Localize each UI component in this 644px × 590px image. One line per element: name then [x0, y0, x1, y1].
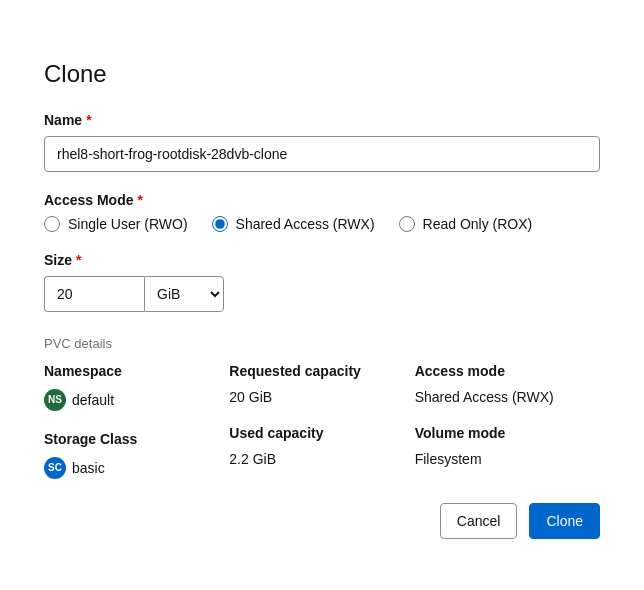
radio-rwx[interactable] [212, 216, 228, 232]
radio-rox-label: Read Only (ROX) [423, 216, 533, 232]
namespace-text: default [72, 392, 114, 408]
namespace-badge: NS [44, 389, 66, 411]
used-capacity-header: Used capacity [229, 425, 414, 441]
name-label: Name * [44, 112, 600, 128]
volume-mode-value: Filesystem [415, 451, 600, 467]
pvc-col-capacity: Requested capacity 20 GiB Used capacity … [229, 363, 414, 495]
size-number-input[interactable] [44, 276, 144, 312]
cancel-button[interactable]: Cancel [440, 503, 518, 539]
radio-rwx-label: Shared Access (RWX) [236, 216, 375, 232]
radio-option-rwx[interactable]: Shared Access (RWX) [212, 216, 375, 232]
volume-mode-header: Volume mode [415, 425, 600, 441]
storage-class-badge: SC [44, 457, 66, 479]
access-mode-value: Shared Access (RWX) [415, 389, 600, 405]
storage-class-text: basic [72, 460, 105, 476]
radio-rwo-label: Single User (RWO) [68, 216, 188, 232]
pvc-details-grid: Namespace NS default Storage Class SC ba… [44, 363, 600, 495]
storage-class-value: SC basic [44, 457, 229, 479]
size-label: Size * [44, 252, 600, 268]
namespace-value: NS default [44, 389, 229, 411]
used-capacity-text: 2.2 GiB [229, 451, 276, 467]
name-input[interactable] [44, 136, 600, 172]
used-capacity-value: 2.2 GiB [229, 451, 414, 467]
radio-option-rox[interactable]: Read Only (ROX) [399, 216, 533, 232]
requested-capacity-header: Requested capacity [229, 363, 414, 379]
radio-rwo[interactable] [44, 216, 60, 232]
pvc-section-label: PVC details [44, 336, 600, 351]
access-mode-required-star: * [137, 192, 142, 208]
storage-class-header: Storage Class [44, 431, 229, 447]
footer-buttons: Cancel Clone [44, 503, 600, 539]
name-required-star: * [86, 112, 91, 128]
radio-rox[interactable] [399, 216, 415, 232]
size-required-star: * [76, 252, 81, 268]
size-unit-select[interactable]: MiB GiB TiB [144, 276, 224, 312]
pvc-col-namespace: Namespace NS default Storage Class SC ba… [44, 363, 229, 495]
requested-capacity-value: 20 GiB [229, 389, 414, 405]
radio-option-rwo[interactable]: Single User (RWO) [44, 216, 188, 232]
pvc-col-mode: Access mode Shared Access (RWX) Volume m… [415, 363, 600, 495]
clone-button[interactable]: Clone [529, 503, 600, 539]
requested-capacity-text: 20 GiB [229, 389, 272, 405]
namespace-header: Namespace [44, 363, 229, 379]
access-mode-header: Access mode [415, 363, 600, 379]
volume-mode-text: Filesystem [415, 451, 482, 467]
access-mode-text: Shared Access (RWX) [415, 389, 554, 405]
access-mode-label: Access Mode * [44, 192, 600, 208]
access-mode-group: Single User (RWO) Shared Access (RWX) Re… [44, 216, 600, 232]
clone-dialog: Clone Name * Access Mode * Single User (… [12, 28, 632, 563]
size-row: MiB GiB TiB [44, 276, 600, 312]
dialog-title: Clone [44, 60, 600, 88]
